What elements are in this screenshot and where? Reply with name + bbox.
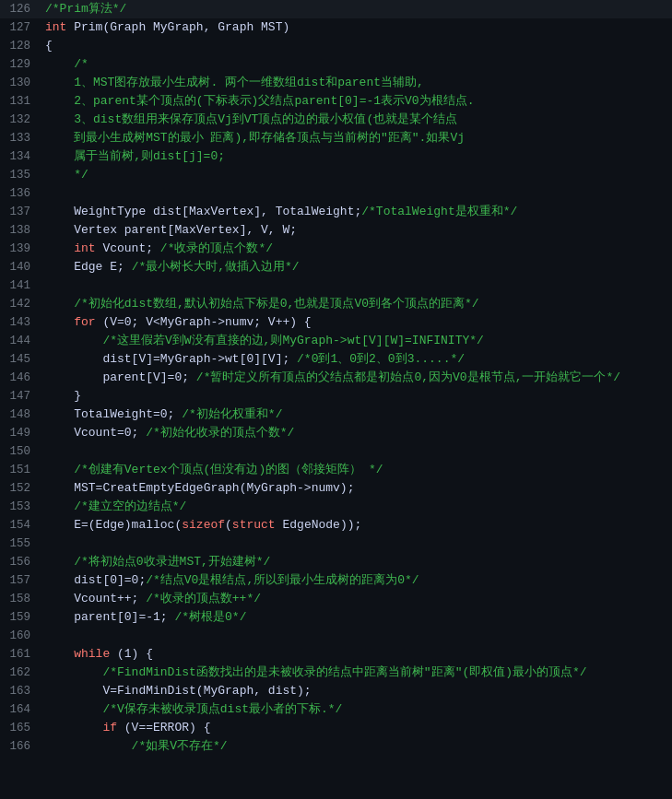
- line-number: 163: [0, 682, 41, 700]
- line-content: WeightType dist[MaxVertex], TotalWeight;…: [41, 203, 672, 221]
- line-number: 144: [0, 332, 41, 350]
- line-number: 139: [0, 240, 41, 258]
- code-line: 141: [0, 276, 672, 295]
- line-number: 128: [0, 37, 41, 55]
- line-number: 135: [0, 166, 41, 184]
- line-number: 156: [0, 553, 41, 571]
- line-content: Vertex parent[MaxVertex], V, W;: [41, 221, 672, 240]
- line-number: 154: [0, 516, 41, 535]
- code-line: 150: [0, 442, 672, 461]
- line-content: {: [41, 37, 672, 55]
- line-content: /*初始化dist数组,默认初始点下标是0,也就是顶点V0到各个顶点的距离*/: [41, 295, 672, 313]
- line-number: 127: [0, 18, 41, 37]
- line-number: 147: [0, 387, 41, 405]
- line-number: 149: [0, 424, 41, 442]
- code-line: 163 V=FindMinDist(MyGraph, dist);: [0, 682, 672, 700]
- line-number: 138: [0, 221, 41, 240]
- line-number: 160: [0, 627, 41, 645]
- line-number: 151: [0, 461, 41, 479]
- line-content: 属于当前树,则dist[j]=0;: [41, 147, 672, 166]
- line-content: /*Prim算法*/: [41, 0, 672, 18]
- line-content: }: [41, 387, 672, 405]
- line-number: 134: [0, 147, 41, 166]
- code-line: 135 */: [0, 166, 672, 184]
- line-number: 137: [0, 203, 41, 221]
- line-content: /*V保存未被收录顶点dist最小者的下标.*/: [41, 700, 672, 719]
- line-number: 166: [0, 737, 41, 756]
- code-line: 131 2、parent某个顶点的(下标表示)父结点parent[0]=-1表示…: [0, 92, 672, 111]
- line-number: 161: [0, 645, 41, 664]
- line-content: /*如果V不存在*/: [41, 737, 672, 756]
- code-line: 158 Vcount++; /*收录的顶点数++*/: [0, 590, 672, 608]
- line-number: 162: [0, 664, 41, 682]
- code-line: 127int Prim(Graph MyGraph, Graph MST): [0, 18, 672, 37]
- line-number: 142: [0, 295, 41, 313]
- line-content: Vcount++; /*收录的顶点数++*/: [41, 590, 672, 608]
- line-number: 136: [0, 184, 41, 203]
- line-content: 1、MST图存放最小生成树. 两个一维数组dist和parent当辅助,: [41, 74, 672, 92]
- line-content: /*创建有Vertex个顶点(但没有边)的图（邻接矩阵） */: [41, 461, 672, 479]
- line-content: while (1) {: [41, 645, 672, 664]
- line-number: 141: [0, 276, 41, 295]
- code-line: 137 WeightType dist[MaxVertex], TotalWei…: [0, 203, 672, 221]
- code-line: 134 属于当前树,则dist[j]=0;: [0, 147, 672, 166]
- code-line: 161 while (1) {: [0, 645, 672, 664]
- line-number: 130: [0, 74, 41, 92]
- code-line: 155: [0, 535, 672, 553]
- code-line: 140 Edge E; /*最小树长大时,做插入边用*/: [0, 258, 672, 276]
- line-number: 155: [0, 535, 41, 553]
- line-number: 158: [0, 590, 41, 608]
- line-content: [41, 442, 672, 461]
- code-line: 139 int Vcount; /*收录的顶点个数*/: [0, 240, 672, 258]
- line-content: 3、dist数组用来保存顶点Vj到VT顶点的边的最小权值(也就是某个结点: [41, 111, 672, 129]
- code-line: 157 dist[0]=0;/*结点V0是根结点,所以到最小生成树的距离为0*/: [0, 571, 672, 590]
- code-line: 159 parent[0]=-1; /*树根是0*/: [0, 608, 672, 627]
- code-line: 148 TotalWeight=0; /*初始化权重和*/: [0, 405, 672, 424]
- line-number: 165: [0, 719, 41, 737]
- code-line: 126/*Prim算法*/: [0, 0, 672, 18]
- line-content: [41, 627, 672, 645]
- line-number: 150: [0, 442, 41, 461]
- line-content: E=(Edge)malloc(sizeof(struct EdgeNode));: [41, 516, 672, 535]
- line-number: 164: [0, 700, 41, 719]
- line-number: 157: [0, 571, 41, 590]
- code-line: 154 E=(Edge)malloc(sizeof(struct EdgeNod…: [0, 516, 672, 535]
- line-number: 132: [0, 111, 41, 129]
- line-content: TotalWeight=0; /*初始化权重和*/: [41, 405, 672, 424]
- line-number: 159: [0, 608, 41, 627]
- line-number: 146: [0, 369, 41, 387]
- line-content: Vcount=0; /*初始化收录的顶点个数*/: [41, 424, 672, 442]
- code-editor: 126/*Prim算法*/127int Prim(Graph MyGraph, …: [0, 0, 672, 799]
- line-content: parent[0]=-1; /*树根是0*/: [41, 608, 672, 627]
- line-content: V=FindMinDist(MyGraph, dist);: [41, 682, 672, 700]
- code-line: 143 for (V=0; V<MyGraph->numv; V++) {: [0, 313, 672, 332]
- code-line: 156 /*将初始点0收录进MST,开始建树*/: [0, 553, 672, 571]
- code-line: 133 到最小生成树MST的最小 距离),即存储各顶点与当前树的"距离".如果V…: [0, 129, 672, 147]
- line-content: /*FindMinDist函数找出的是未被收录的结点中距离当前树"距离"(即权值…: [41, 664, 672, 682]
- code-line: 130 1、MST图存放最小生成树. 两个一维数组dist和parent当辅助,: [0, 74, 672, 92]
- line-content: [41, 184, 672, 203]
- line-content: dist[0]=0;/*结点V0是根结点,所以到最小生成树的距离为0*/: [41, 571, 672, 590]
- line-content: Edge E; /*最小树长大时,做插入边用*/: [41, 258, 672, 276]
- line-content: [41, 535, 672, 553]
- line-number: 153: [0, 498, 41, 516]
- line-content: dist[V]=MyGraph->wt[0][V]; /*0到1、0到2、0到3…: [41, 350, 672, 369]
- code-line: 160: [0, 627, 672, 645]
- line-content: */: [41, 166, 672, 184]
- code-line: 152 MST=CreatEmptyEdgeGraph(MyGraph->num…: [0, 479, 672, 498]
- code-line: 146 parent[V]=0; /*暂时定义所有顶点的父结点都是初始点0,因为…: [0, 369, 672, 387]
- code-line: 128{: [0, 37, 672, 55]
- line-content: if (V==ERROR) {: [41, 719, 672, 737]
- line-number: 145: [0, 350, 41, 369]
- code-line: 166 /*如果V不存在*/: [0, 737, 672, 756]
- line-content: /*将初始点0收录进MST,开始建树*/: [41, 553, 672, 571]
- line-number: 129: [0, 55, 41, 74]
- line-content: 到最小生成树MST的最小 距离),即存储各顶点与当前树的"距离".如果Vj: [41, 129, 672, 147]
- line-number: 133: [0, 129, 41, 147]
- line-number: 126: [0, 0, 41, 18]
- line-content: MST=CreatEmptyEdgeGraph(MyGraph->numv);: [41, 479, 672, 498]
- code-line: 153 /*建立空的边结点*/: [0, 498, 672, 516]
- line-content: /*建立空的边结点*/: [41, 498, 672, 516]
- line-number: 131: [0, 92, 41, 111]
- code-line: 149 Vcount=0; /*初始化收录的顶点个数*/: [0, 424, 672, 442]
